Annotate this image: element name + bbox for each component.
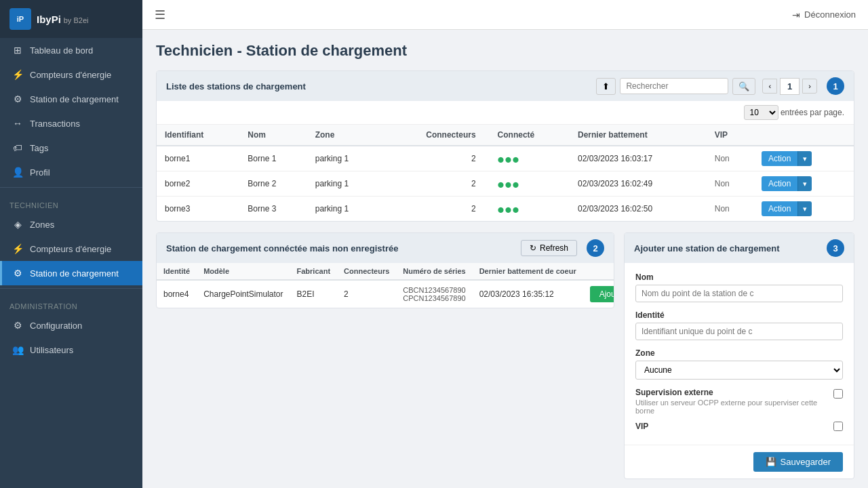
- cell-connecteurs: 2: [382, 197, 490, 222]
- sidebar-item-transactions[interactable]: ↔ Transactions: [0, 111, 142, 136]
- sidebar-item-configuration[interactable]: ⚙ Configuration: [0, 313, 142, 338]
- cell-dernier-battement: 02/03/2023 16:03:17: [570, 146, 707, 171]
- sidebar-item-label: Transactions: [30, 119, 80, 129]
- action-button[interactable]: Action: [762, 151, 797, 166]
- next-page-button[interactable]: ›: [802, 79, 817, 94]
- zone-select[interactable]: Aucune: [635, 361, 843, 380]
- sidebar-item-utilisateurs[interactable]: 👥 Utilisateurs: [0, 338, 142, 362]
- sidebar-item-tags[interactable]: 🏷 Tags: [0, 136, 142, 160]
- prev-page-button[interactable]: ‹: [762, 79, 777, 94]
- ajouter-button[interactable]: Ajouter: [590, 286, 614, 302]
- table-row: borne2 Borne 2 parking 1 2 ⬤⬤⬤ 02/03/202…: [157, 171, 854, 197]
- nom-label: Nom: [635, 272, 843, 282]
- supervision-label: Supervision externe: [635, 388, 833, 397]
- sidebar-item-label: Tableau de bord: [30, 45, 93, 56]
- vip-checkbox[interactable]: [833, 422, 843, 431]
- cell-zone: parking 1: [307, 197, 382, 222]
- stations-table: Identifiant Nom Zone Connecteurs Connect…: [157, 125, 854, 221]
- sidebar-item-zones[interactable]: ◈ Zones: [0, 212, 142, 237]
- col-nom: Nom: [239, 125, 307, 146]
- zone-group: Zone Aucune: [635, 348, 843, 380]
- nom-input[interactable]: [635, 285, 843, 302]
- save-icon: 💾: [766, 457, 776, 467]
- config-icon: ⚙: [12, 320, 24, 331]
- vip-group: VIP: [635, 422, 843, 431]
- sidebar-item-tableau-de-bord[interactable]: ⊞ Tableau de bord: [0, 38, 142, 62]
- col-connecte: Connecté: [490, 125, 570, 146]
- sidebar-item-label: Station de chargement: [30, 94, 119, 104]
- table-row: borne4 ChargePointSimulator B2EI 2 CBCN1…: [157, 280, 614, 308]
- search-button[interactable]: 🔍: [732, 78, 755, 95]
- refresh-button[interactable]: ↻ Refresh: [521, 240, 577, 256]
- action-caret-button[interactable]: ▾: [797, 201, 812, 216]
- supervision-group: Supervision externe Utiliser un serveur …: [635, 388, 843, 415]
- logout-icon: ⇥: [792, 9, 800, 20]
- station-tech-icon: ⚙: [12, 268, 24, 279]
- unregistered-card: Station de chargement connéctée mais non…: [156, 232, 614, 308]
- refresh-icon: ↻: [530, 243, 536, 253]
- cell-dernier-battement: 02/03/2023 16:02:50: [570, 197, 707, 222]
- cell-nom: Borne 2: [239, 171, 307, 197]
- add-station-title: Ajouter une station de chargement: [634, 243, 780, 253]
- energy-tech-icon: ⚡: [12, 243, 24, 254]
- table-row: borne1 Borne 1 parking 1 2 ⬤⬤⬤ 02/03/202…: [157, 146, 854, 171]
- ucell-fabricant: B2EI: [290, 280, 338, 308]
- ucol-action: [583, 263, 614, 280]
- sidebar-item-label: Station de chargement: [30, 268, 119, 279]
- unregistered-title: Station de chargement connéctée mais non…: [166, 243, 398, 253]
- action-button[interactable]: Action: [762, 201, 797, 216]
- ucell-series: CBCN1234567890CPCN1234567890: [396, 280, 472, 308]
- ucol-battement: Dernier battement de coeur: [473, 263, 583, 280]
- cell-nom: Borne 3: [239, 197, 307, 222]
- cell-action: Action ▾: [753, 197, 854, 222]
- cell-identifiant: borne3: [157, 197, 239, 222]
- sidebar-item-label: Profil: [30, 167, 50, 178]
- cell-nom: Borne 1: [239, 146, 307, 171]
- step-1-badge: 1: [827, 77, 844, 95]
- entries-label: entrées par page.: [781, 108, 844, 117]
- sidebar-item-compteurs-energie[interactable]: ⚡ Compteurs d'énergie: [0, 62, 142, 87]
- search-input[interactable]: [620, 78, 728, 94]
- step-3-badge: 3: [827, 239, 844, 257]
- hamburger-button[interactable]: ☰: [155, 7, 165, 22]
- cell-identifiant: borne1: [157, 146, 239, 171]
- sidebar-item-station-tech[interactable]: ⚙ Station de chargement: [0, 261, 142, 285]
- cell-vip: Non: [707, 197, 753, 222]
- action-button[interactable]: Action: [762, 176, 797, 191]
- nom-group: Nom: [635, 272, 843, 302]
- unregistered-table: Identité Modèle Fabricant Connecteurs Nu…: [157, 263, 614, 308]
- save-button[interactable]: 💾 Sauvegarder: [753, 452, 843, 472]
- ucell-add: Ajouter: [583, 280, 614, 308]
- col-vip: VIP: [707, 125, 753, 146]
- action-caret-button[interactable]: ▾: [797, 176, 812, 191]
- logout-area[interactable]: ⇥ Déconnexion: [792, 9, 856, 20]
- supervision-checkbox[interactable]: [833, 389, 843, 399]
- sidebar-item-compteurs-energie-tech[interactable]: ⚡ Compteurs d'énergie: [0, 237, 142, 261]
- stations-tbody: borne1 Borne 1 parking 1 2 ⬤⬤⬤ 02/03/202…: [157, 146, 854, 221]
- sidebar-item-profil[interactable]: 👤 Profil: [0, 160, 142, 184]
- sidebar-item-label: Tags: [30, 143, 48, 153]
- action-btn-group: Action ▾: [762, 151, 846, 166]
- topbar: ☰ ⇥ Déconnexion: [142, 0, 868, 30]
- ucol-series: Numéro de séries: [396, 263, 472, 280]
- upload-button[interactable]: ⬆: [596, 78, 616, 95]
- ucell-battement: 02/03/2023 16:35:12: [473, 280, 583, 308]
- cell-dernier-battement: 02/03/2023 16:02:49: [570, 171, 707, 197]
- entries-per-page-select[interactable]: 10 25 50 100: [744, 105, 778, 120]
- action-caret-button[interactable]: ▾: [797, 151, 812, 166]
- bottom-row: Station de chargement connéctée mais non…: [156, 232, 854, 488]
- page-title: Technicien - Station de chargement: [156, 42, 854, 60]
- energy-icon: ⚡: [12, 69, 24, 80]
- sidebar-item-station-de-chargement[interactable]: ⚙ Station de chargement: [0, 87, 142, 111]
- identite-input[interactable]: [635, 323, 843, 340]
- list-stations-body: 10 25 50 100 entrées par page. Identifia…: [157, 101, 854, 221]
- station-icon: ⚙: [12, 94, 24, 104]
- sidebar-section-technicien: Technicien: [0, 195, 142, 212]
- action-btn-group: Action ▾: [762, 176, 846, 191]
- supervision-sub: Utiliser un serveur OCPP externe pour su…: [635, 399, 833, 415]
- ucell-modele: ChargePointSimulator: [197, 280, 290, 308]
- col-action: [753, 125, 854, 146]
- step-2-badge: 2: [587, 239, 604, 257]
- users-icon: 👥: [12, 344, 24, 355]
- sidebar: iP IbyPi by B2ei ⊞ Tableau de bord ⚡ Com…: [0, 0, 142, 488]
